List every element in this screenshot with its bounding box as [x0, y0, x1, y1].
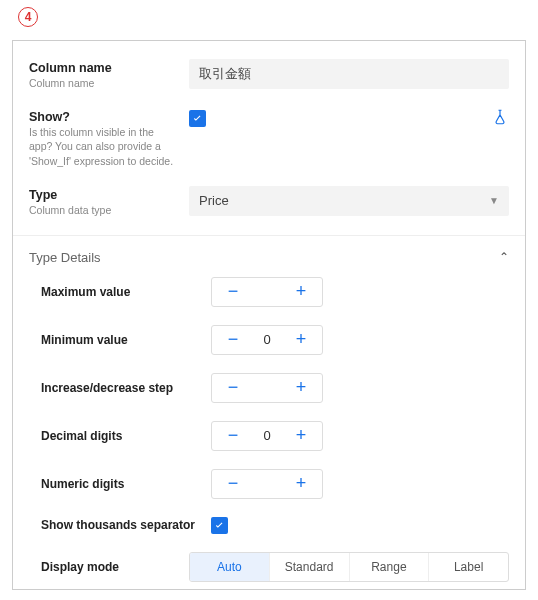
show-checkbox[interactable] — [189, 110, 206, 127]
decimal-minus-button[interactable]: − — [212, 422, 254, 450]
numeric-plus-button[interactable]: + — [280, 470, 322, 498]
row-step: Increase/decrease step − + — [29, 373, 509, 403]
row-min: Minimum value − 0 + — [29, 325, 509, 355]
thousands-checkbox[interactable] — [211, 517, 228, 534]
row-decimal: Decimal digits − 0 + — [29, 421, 509, 451]
display-mode-segmented: Auto Standard Range Label — [189, 552, 509, 582]
chevron-down-icon: ▼ — [489, 195, 499, 206]
show-sub: Is this column visible in the app? You c… — [29, 125, 179, 168]
step-label: Increase/decrease step — [41, 381, 211, 395]
column-name-sub: Column name — [29, 76, 179, 90]
row-show: Show? Is this column visible in the app?… — [29, 108, 509, 168]
column-config-panel: Column name Column name Show? Is this co… — [12, 40, 526, 590]
type-label: Type — [29, 188, 179, 202]
min-minus-button[interactable]: − — [212, 326, 254, 354]
display-mode-label: Display mode — [41, 560, 189, 574]
numeric-minus-button[interactable]: − — [212, 470, 254, 498]
seg-range[interactable]: Range — [349, 553, 429, 581]
step-minus-button[interactable]: − — [212, 374, 254, 402]
max-plus-button[interactable]: + — [280, 278, 322, 306]
decimal-stepper: − 0 + — [211, 421, 323, 451]
type-details-title: Type Details — [29, 250, 101, 265]
label-col: Column name Column name — [29, 59, 189, 90]
check-icon — [213, 519, 226, 532]
max-stepper: − + — [211, 277, 323, 307]
min-stepper: − 0 + — [211, 325, 323, 355]
row-max: Maximum value − + — [29, 277, 509, 307]
row-thousands: Show thousands separator — [29, 517, 509, 534]
type-sub: Column data type — [29, 203, 179, 217]
seg-label[interactable]: Label — [428, 553, 508, 581]
step-number: 4 — [25, 11, 32, 23]
row-type: Type Column data type Price ▼ — [29, 186, 509, 217]
show-label: Show? — [29, 110, 179, 124]
flask-icon[interactable] — [491, 108, 509, 129]
seg-standard[interactable]: Standard — [269, 553, 349, 581]
type-details-header[interactable]: Type Details ⌃ — [29, 246, 509, 277]
numeric-label: Numeric digits — [41, 477, 211, 491]
chevron-up-icon: ⌃ — [499, 250, 509, 264]
max-minus-button[interactable]: − — [212, 278, 254, 306]
column-name-label: Column name — [29, 61, 179, 75]
type-value: Price — [199, 193, 229, 208]
row-numeric: Numeric digits − + — [29, 469, 509, 499]
divider — [13, 235, 525, 236]
min-value[interactable]: 0 — [254, 332, 280, 347]
step-stepper: − + — [211, 373, 323, 403]
column-name-input[interactable] — [189, 59, 509, 89]
type-select[interactable]: Price ▼ — [189, 186, 509, 216]
min-plus-button[interactable]: + — [280, 326, 322, 354]
decimal-label: Decimal digits — [41, 429, 211, 443]
max-label: Maximum value — [41, 285, 211, 299]
row-column-name: Column name Column name — [29, 59, 509, 90]
min-label: Minimum value — [41, 333, 211, 347]
thousands-label: Show thousands separator — [41, 518, 211, 532]
decimal-value[interactable]: 0 — [254, 428, 280, 443]
step-plus-button[interactable]: + — [280, 374, 322, 402]
row-display-mode: Display mode Auto Standard Range Label — [29, 552, 509, 582]
step-badge: 4 — [18, 7, 38, 27]
seg-auto[interactable]: Auto — [190, 553, 269, 581]
decimal-plus-button[interactable]: + — [280, 422, 322, 450]
numeric-stepper: − + — [211, 469, 323, 499]
check-icon — [191, 112, 204, 125]
